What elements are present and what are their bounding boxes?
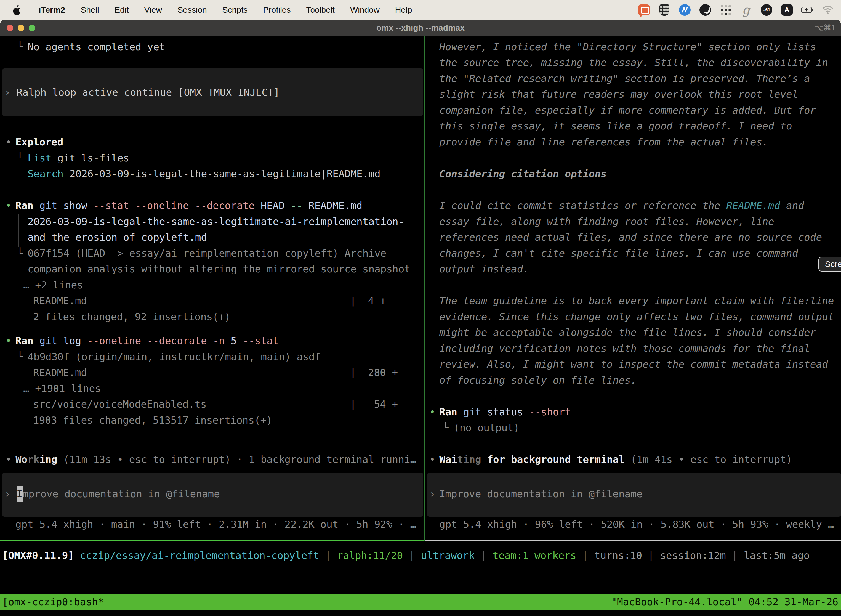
dots-shape [721, 5, 731, 15]
reasoning-paragraph-line: I could cite commit statistics or refere… [439, 198, 804, 214]
ran-git-status-command: Ran git status --short [439, 404, 571, 420]
git-log-output-line: └4b9d30f (origin/main, instructkr/main, … [17, 349, 321, 365]
terminal-content: └No agents completed yet ›Ralph loop act… [0, 36, 841, 616]
menu-item-view[interactable]: View [144, 5, 162, 15]
chat-app-icon[interactable] [638, 4, 650, 16]
menu-item-scripts[interactable]: Scripts [223, 5, 248, 15]
tmux-session-label[interactable]: [omx-cczip0:bash* [2, 594, 104, 610]
bullet-icon: • [6, 452, 12, 468]
dots-grid-icon[interactable] [719, 4, 732, 16]
badge-a-label: A [781, 4, 793, 16]
badge-61-icon[interactable]: ..61 [760, 4, 772, 16]
reasoning-paragraph-line: review. Also, I might want to inspect th… [439, 356, 828, 372]
reasoning-paragraph-line: this single essay, it seems like a good … [439, 118, 792, 134]
letter-a-icon[interactable]: A [781, 4, 793, 16]
git-show-output-line: companion analysis without altering the … [28, 261, 410, 277]
prompt-chevron-icon: › [429, 488, 435, 500]
wifi-icon[interactable] [822, 4, 834, 16]
window-title: omx --xhigh --madmax [0, 20, 841, 36]
menu-item-toolbelt[interactable]: Toolbelt [306, 5, 335, 15]
tree-corner-icon: └ [17, 245, 28, 261]
git-log-stat-line: README.md | 280 + [33, 365, 398, 381]
tmux-host-time-label: "MacBook-Pro-44.local" 04:52 31-Mar-26 [611, 594, 838, 610]
reasoning-paragraph-line: references need actual files, and since … [439, 229, 822, 245]
git-show-truncation-line: … +2 lines [23, 277, 83, 293]
command-wrap-line: 2026-03-09-is-legal-the-same-as-legitima… [28, 214, 404, 230]
text-cursor: I [16, 486, 23, 502]
g-squiggle-icon[interactable]: g [740, 4, 752, 16]
shield-shape [659, 4, 670, 16]
reasoning-paragraph-line: output instead. [439, 261, 529, 277]
menu-bar: iTerm2 Shell Edit View Session Scripts P… [0, 0, 841, 20]
reasoning-paragraph-line: companion file, especially if more comme… [439, 103, 816, 119]
shield-grid-icon[interactable] [658, 4, 671, 16]
explored-title: Explored [15, 134, 63, 150]
menu-item-profiles[interactable]: Profiles [263, 5, 290, 15]
window-shortcut-badge: ⌥⌘1 [815, 20, 835, 36]
right-prompt-line[interactable]: ›Improve documentation in @filename [429, 486, 643, 502]
reasoning-paragraph-line: slight risk that future readers may over… [439, 87, 798, 103]
left-prompt-line[interactable]: ›Improve documentation in @filename [4, 486, 220, 502]
pane-divider[interactable] [424, 36, 425, 541]
reasoning-paragraph-line: evidence. Since this change only affects… [439, 309, 834, 325]
reasoning-paragraph-line: including verification notes with those … [439, 340, 810, 356]
command-wrap-line: and-the-erosion-of-copyleft.md [28, 229, 207, 245]
waiting-status-line: Waiting for background terminal (1m 41s … [439, 452, 792, 468]
ralph-inject-line: ›Ralph loop active continue [OMX_TMUX_IN… [4, 84, 280, 100]
chat-bubble-shape [638, 4, 650, 15]
tmux-status-bar: [omx-cczip0:bash* "MacBook-Pro-44.local"… [0, 594, 841, 610]
prompt-chevron-icon: › [4, 488, 10, 500]
menu-item-window[interactable]: Window [350, 5, 379, 15]
left-model-status-line: gpt-5.4 xhigh · main · 91% left · 2.31M … [15, 516, 416, 532]
tree-corner-icon: └ [17, 39, 28, 55]
reasoning-paragraph-line: essay file, along with finding root file… [439, 214, 774, 230]
git-show-output-line: └067f154 (HEAD -> essay/ai-reimplementat… [17, 245, 386, 261]
reasoning-heading: Considering citation options [439, 166, 607, 182]
window-title-bar[interactable]: omx --xhigh --madmax ⌥⌘1 [0, 20, 841, 36]
bullet-icon: • [6, 198, 12, 214]
working-status-line: Working (11m 13s • esc to interrupt) · 1… [15, 452, 416, 468]
ran-git-show-command: Ran git show --stat --oneline --decorate… [15, 198, 362, 214]
crescent-shape [699, 4, 711, 16]
omx-status-bar: [OMX#0.11.9] cczip/essay/ai-reimplementa… [2, 547, 810, 563]
reasoning-paragraph-line: However, I noticed the "Directory Struct… [439, 39, 816, 55]
menu-item-app[interactable]: iTerm2 [39, 5, 65, 15]
menu-item-help[interactable]: Help [395, 5, 412, 15]
prompt-chevron-icon: › [4, 87, 10, 98]
tree-corner-icon: └ [17, 349, 28, 365]
battery-icon[interactable] [801, 4, 813, 16]
iterm-window: omx --xhigh --madmax ⌥⌘1 └No agents comp… [0, 20, 841, 616]
git-log-stat-line: src/voice/voiceModeEnabled.ts | 54 + [33, 396, 398, 412]
bullet-icon: • [429, 404, 435, 420]
badge-61-label: ..61 [761, 4, 772, 16]
explored-list-line: └List git ls-files [17, 150, 129, 166]
tree-guide-line [19, 214, 19, 247]
menu-item-edit[interactable]: Edit [114, 5, 129, 15]
crescent-icon[interactable] [699, 4, 711, 16]
bolt-shape [679, 4, 691, 16]
screen-tooltip: Scre [818, 257, 841, 271]
reasoning-paragraph-line: The team guideline is to back every impo… [439, 293, 834, 309]
git-log-truncation-line: … +1901 lines [23, 381, 101, 397]
right-pane-separator [425, 540, 841, 541]
tree-corner-icon: └ [442, 420, 454, 436]
explored-search-line: Search 2026-03-09-is-legal-the-same-as-l… [28, 166, 381, 182]
git-show-summary-line: 2 files changed, 92 insertions(+) [33, 309, 230, 325]
apple-icon[interactable] [11, 4, 23, 16]
git-show-stat-line: README.md | 4 + [33, 293, 386, 309]
ran-git-log-command: Ran git log --oneline --decorate -n 5 --… [15, 333, 279, 349]
reasoning-paragraph-line: provide file and line references from th… [439, 134, 768, 150]
no-agents-line: └No agents completed yet [17, 39, 165, 55]
reasoning-paragraph-line: the "Related research writing" section i… [439, 70, 810, 87]
reasoning-paragraph-line: changes, I can't cite specific file line… [439, 245, 798, 261]
reasoning-paragraph-line: might be acceptable alongside the file l… [439, 324, 816, 340]
reasoning-paragraph-line: the source tree, missing the essay. Stil… [439, 55, 828, 70]
right-model-status-line: gpt-5.4 xhigh · 96% left · 520K in · 5.8… [439, 516, 834, 532]
left-pane-separator [0, 540, 424, 541]
blue-bolt-icon[interactable] [679, 4, 691, 16]
bullet-icon: • [6, 134, 12, 150]
menu-item-session[interactable]: Session [177, 5, 207, 15]
menu-item-shell[interactable]: Shell [81, 5, 99, 15]
tree-corner-icon: └ [17, 150, 28, 166]
git-status-output-line: └(no output) [442, 420, 519, 436]
